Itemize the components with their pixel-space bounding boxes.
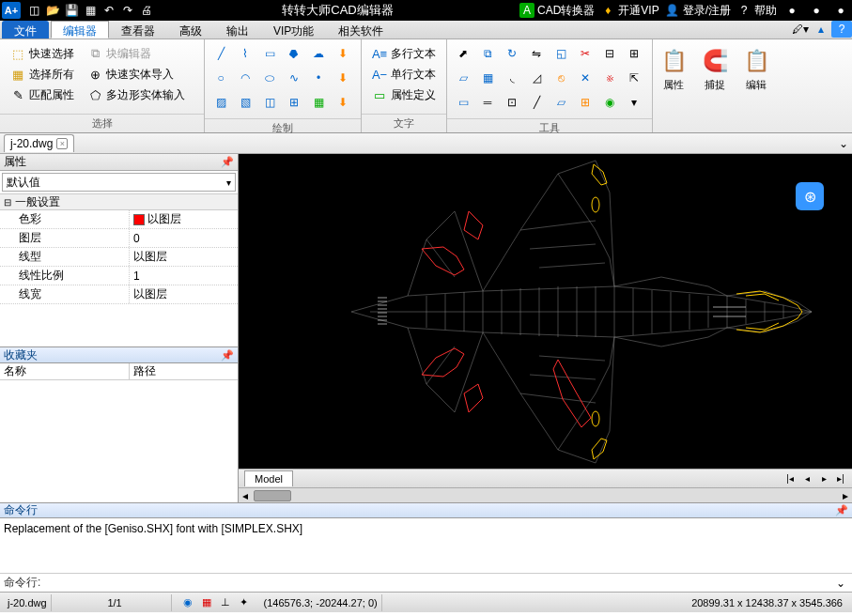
tool-m1-icon[interactable]: ▭ [453, 92, 473, 113]
tool-stretch-icon[interactable]: ✂ [575, 43, 596, 64]
block-icon[interactable]: ◫ [259, 92, 280, 113]
arc-icon[interactable]: ◠ [235, 68, 256, 88]
close-icon[interactable]: ● [831, 2, 850, 19]
rect-icon[interactable]: ▭ [259, 43, 280, 64]
prop-value[interactable]: 以图层 [130, 248, 238, 266]
tab-first-icon[interactable]: |◂ [782, 471, 798, 486]
tool-m5-icon[interactable]: ▱ [550, 92, 571, 113]
tool-extend-icon[interactable]: ⊞ [624, 43, 644, 64]
ellipse-icon[interactable]: ⬭ [259, 68, 280, 88]
drawing-canvas[interactable]: ⊛ [239, 154, 852, 469]
region-icon[interactable]: ▧ [235, 92, 256, 113]
tab-last-icon[interactable]: ▸| [833, 471, 848, 486]
open-icon[interactable]: 📂 [43, 2, 62, 19]
properties-button[interactable]: 📋属性 [655, 41, 692, 131]
tab-file[interactable]: 文件 [2, 21, 49, 38]
pin-icon[interactable]: 📌 [221, 349, 234, 362]
tool-chamfer-icon[interactable]: ◿ [526, 68, 547, 88]
image-icon[interactable]: ⊞ [284, 92, 304, 113]
tab-advanced[interactable]: 高级 [167, 21, 214, 38]
help-icon[interactable]: ? [831, 21, 852, 38]
table-icon[interactable]: ▦ [308, 92, 329, 113]
command-history-icon[interactable]: ⌄ [833, 577, 848, 590]
minimize-ribbon-icon[interactable]: ▴ [811, 21, 831, 38]
status-polar-icon[interactable]: ✦ [236, 594, 253, 611]
tool-move-icon[interactable]: ⬈ [453, 43, 473, 64]
redo-icon[interactable]: ↷ [118, 2, 137, 19]
tab-editor[interactable]: 编辑器 [51, 21, 109, 38]
status-snap-icon[interactable]: ◉ [179, 594, 196, 611]
save-icon[interactable]: 💾 [62, 2, 81, 19]
tab-next-icon[interactable]: ▸ [816, 471, 831, 486]
converter-link[interactable]: ACAD转换器 [519, 3, 595, 19]
tool-copy-icon[interactable]: ⧉ [477, 43, 498, 64]
prop-value[interactable]: 以图层 [130, 210, 238, 228]
tool-trim-icon[interactable]: ⊟ [599, 43, 620, 64]
prop-value[interactable]: 0 [130, 229, 238, 247]
tool-rotate-icon[interactable]: ↻ [502, 43, 522, 64]
document-tab[interactable]: j-20.dwg × [4, 134, 74, 152]
polygon-icon[interactable]: ⯂ [284, 43, 304, 64]
props-group-general[interactable]: 一般设置 [0, 193, 238, 210]
tool-explode-icon[interactable]: ⨳ [599, 68, 620, 88]
tool-offset-icon[interactable]: ▱ [453, 68, 473, 88]
singleline-text-button[interactable]: A−单行文本 [367, 64, 441, 85]
tab-viewer[interactable]: 查看器 [109, 21, 167, 38]
undo-icon[interactable]: ↶ [100, 2, 118, 19]
more2-icon[interactable]: ⬇ [333, 68, 353, 88]
horizontal-scrollbar[interactable]: ◂ ▸ [239, 487, 852, 502]
point-icon[interactable]: • [308, 68, 329, 88]
tool-m2-icon[interactable]: ═ [477, 92, 498, 113]
more3-icon[interactable]: ⬇ [333, 92, 353, 113]
tab-prev-icon[interactable]: ◂ [799, 471, 814, 486]
tab-related[interactable]: 相关软件 [326, 21, 395, 38]
prop-row[interactable]: 线性比例1 [0, 267, 238, 285]
help-link[interactable]: ?帮助 [736, 3, 777, 19]
print-icon[interactable]: 🖨 [137, 2, 156, 19]
prop-row[interactable]: 色彩以图层 [0, 210, 238, 229]
command-input[interactable] [44, 577, 833, 590]
tool-break-icon[interactable]: ⎋ [550, 68, 571, 88]
tab-vip[interactable]: VIP功能 [261, 21, 326, 38]
login-link[interactable]: 👤登录/注册 [665, 3, 731, 19]
tool-scale-icon[interactable]: ◱ [550, 43, 571, 64]
prop-row[interactable]: 图层0 [0, 229, 238, 248]
tool-m3-icon[interactable]: ⊡ [502, 92, 522, 113]
spline-icon[interactable]: ∿ [284, 68, 304, 88]
prop-row[interactable]: 线型以图层 [0, 248, 238, 267]
polygon-input-button[interactable]: ⬠多边形实体输入 [83, 85, 190, 105]
tool-align-icon[interactable]: ⇱ [624, 68, 644, 88]
pin-icon[interactable]: 📌 [221, 156, 234, 168]
tool-m7-icon[interactable]: ◉ [599, 92, 620, 113]
tool-mirror-icon[interactable]: ⇋ [526, 43, 547, 64]
prop-value[interactable]: 1 [130, 267, 238, 285]
circle-icon[interactable]: ○ [210, 68, 231, 88]
quick-select-button[interactable]: ⬚快速选择 [6, 43, 79, 64]
tool-m8-icon[interactable]: ▾ [624, 92, 644, 113]
attr-def-button[interactable]: ▭属性定义 [367, 85, 441, 105]
entity-import-button[interactable]: ⊕快速实体导入 [83, 64, 190, 85]
tab-output[interactable]: 输出 [214, 21, 261, 38]
new-icon[interactable]: ◫ [24, 2, 43, 19]
more1-icon[interactable]: ⬇ [333, 43, 353, 64]
tool-m6-icon[interactable]: ⊞ [575, 92, 596, 113]
status-ortho-icon[interactable]: ⊥ [217, 594, 234, 611]
model-tab[interactable]: Model [244, 470, 293, 486]
minimize-icon[interactable]: ● [782, 2, 801, 19]
status-grid-icon[interactable]: ▦ [198, 594, 215, 611]
tabs-overflow-icon[interactable]: ⌄ [835, 137, 852, 150]
props-default-dropdown[interactable]: 默认值▾ [2, 173, 236, 192]
tool-join-icon[interactable]: ✕ [575, 68, 596, 88]
toolbox-icon[interactable]: 🖊▾ [790, 21, 811, 38]
tool-m4-icon[interactable]: ╱ [526, 92, 547, 113]
snap-button[interactable]: 🧲捕捉 [696, 41, 734, 131]
polyline-icon[interactable]: ⌇ [235, 43, 256, 64]
pin-icon[interactable]: 📌 [835, 504, 848, 516]
tool-fillet-icon[interactable]: ◟ [502, 68, 522, 88]
edit-button[interactable]: 📋编辑 [737, 41, 775, 131]
vip-link[interactable]: ♦开通VIP [600, 3, 658, 19]
prop-value[interactable]: 以图层 [130, 285, 238, 303]
multiline-text-button[interactable]: A≡多行文本 [367, 43, 441, 64]
maximize-icon[interactable]: ● [807, 2, 826, 19]
close-tab-icon[interactable]: × [56, 138, 68, 149]
